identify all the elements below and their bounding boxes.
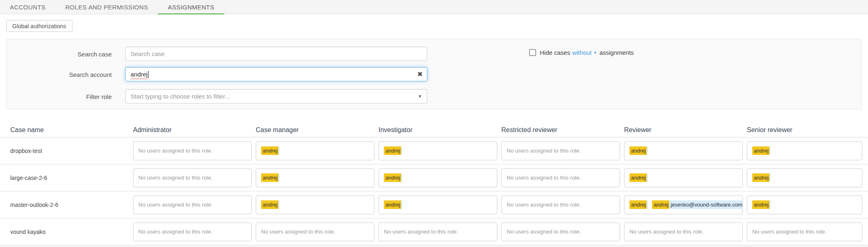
chip-highlight-text: andrej <box>752 173 769 182</box>
empty-role-text: No users assigned to this role. <box>752 229 827 235</box>
column-header: Reviewer <box>624 126 747 134</box>
role-cell: No users assigned to this role. <box>501 141 624 160</box>
role-assignment-box[interactable]: andrej <box>379 168 497 187</box>
filter-role-row: Filter role ▼ <box>7 89 861 103</box>
tab-assignments[interactable]: ASSIGNMENTS <box>158 0 224 14</box>
role-assignment-box[interactable]: andrejandrej.jesenko@vound-software.com <box>624 195 743 214</box>
role-assignment-box[interactable]: andrej <box>256 195 374 214</box>
role-cell: No users assigned to this role. <box>624 222 747 241</box>
hide-cases-checkbox[interactable] <box>529 49 536 56</box>
chip-highlight-text: andrej <box>384 200 401 209</box>
case-name: dropbox-test <box>0 148 133 154</box>
search-case-input[interactable] <box>125 47 427 61</box>
chip-highlight-text: andrej <box>629 146 647 155</box>
user-chip[interactable]: andrej <box>384 200 402 209</box>
user-chip[interactable]: andrej <box>752 146 771 155</box>
role-cell: No users assigned to this role. <box>501 168 624 187</box>
empty-role-text: No users assigned to this role. <box>507 175 581 181</box>
user-chip[interactable]: andrej <box>261 173 280 182</box>
table-row: master-outlook-2-6No users assigned to t… <box>0 191 868 218</box>
role-assignment-box[interactable]: No users assigned to this role. <box>501 141 620 160</box>
chip-rest-text: .jesenko@vound-software.com <box>669 200 743 209</box>
chip-highlight-text: andrej <box>629 200 647 209</box>
role-assignment-box[interactable]: No users assigned to this role. <box>133 222 252 241</box>
filter-role-input[interactable] <box>125 89 427 103</box>
user-chip[interactable]: andrej.jesenko@vound-software.com <box>652 200 743 209</box>
column-header: Restricted reviewer <box>501 126 624 134</box>
table-row: dropbox-testNo users assigned to this ro… <box>0 137 868 164</box>
role-cell: andrej <box>624 168 747 187</box>
role-cell: andrej <box>747 168 868 187</box>
tab-roles-and-permissions[interactable]: ROLES AND PERMISSIONS <box>55 0 158 14</box>
role-cell: No users assigned to this role. <box>256 222 379 241</box>
search-account-value: andrej <box>131 71 148 78</box>
role-assignment-box[interactable]: No users assigned to this role. <box>133 141 252 160</box>
table-body: dropbox-testNo users assigned to this ro… <box>0 137 868 245</box>
user-chip[interactable]: andrej <box>629 200 648 209</box>
empty-role-text: No users assigned to this role. <box>507 148 581 154</box>
role-assignment-box[interactable]: No users assigned to this role. <box>501 195 620 214</box>
role-cell: No users assigned to this role. <box>133 141 256 160</box>
role-cell: andrej <box>256 195 379 214</box>
tab-accounts[interactable]: ACCOUNTS <box>0 0 55 14</box>
role-assignment-box[interactable]: andrej <box>624 168 743 187</box>
empty-role-text: No users assigned to this role. <box>629 229 704 235</box>
empty-role-text: No users assigned to this role. <box>138 175 213 181</box>
empty-role-text: No users assigned to this role. <box>507 229 581 235</box>
hide-cases-control: Hide cases without ▼ assignments <box>529 49 634 56</box>
empty-role-text: No users assigned to this role. <box>138 229 213 235</box>
role-assignment-box[interactable]: No users assigned to this role. <box>624 222 743 241</box>
case-name: large-case-2-6 <box>0 175 133 181</box>
role-assignment-box[interactable]: No users assigned to this role. <box>133 195 252 214</box>
role-cell: andrej <box>379 195 501 214</box>
column-header: Senior reviewer <box>747 126 868 134</box>
role-cell: andrejandrej.jesenko@vound-software.com <box>624 195 747 214</box>
user-chip[interactable]: andrej <box>629 173 648 182</box>
case-name: vound kayako <box>0 229 133 235</box>
user-chip[interactable]: andrej <box>752 200 771 209</box>
role-assignment-box[interactable]: andrej <box>747 168 862 187</box>
role-cell: andrej <box>379 168 501 187</box>
role-assignment-box[interactable]: No users assigned to this role. <box>379 222 497 241</box>
user-chip[interactable]: andrej <box>629 146 648 155</box>
role-cell: No users assigned to this role. <box>747 222 868 241</box>
clear-search-icon[interactable]: ✖ <box>417 71 423 78</box>
chip-highlight-text: andrej <box>752 146 769 155</box>
assignments-table: Case nameAdministratorCase managerInvest… <box>0 123 868 245</box>
hide-cases-text-prefix: Hide cases <box>540 49 570 56</box>
role-assignment-box[interactable]: andrej <box>747 141 862 160</box>
user-chip[interactable]: andrej <box>261 200 280 209</box>
role-assignment-box[interactable]: andrej <box>379 195 497 214</box>
search-account-label: Search account <box>7 71 112 78</box>
role-assignment-box[interactable]: andrej <box>624 141 743 160</box>
role-cell: andrej <box>379 141 501 160</box>
column-header: Investigator <box>379 126 501 134</box>
chevron-down-icon[interactable]: ▼ <box>418 94 422 99</box>
chip-highlight-text: andrej <box>384 173 401 182</box>
user-chip[interactable]: andrej <box>384 173 402 182</box>
empty-role-text: No users assigned to this role. <box>261 229 336 235</box>
role-cell: andrej <box>624 141 747 160</box>
role-assignment-box[interactable]: andrej <box>256 168 374 187</box>
role-assignment-box[interactable]: andrej <box>379 141 497 160</box>
chip-highlight-text: andrej <box>752 200 769 209</box>
hide-cases-mode-link[interactable]: without <box>572 49 592 56</box>
user-chip[interactable]: andrej <box>384 146 402 155</box>
role-assignment-box[interactable]: No users assigned to this role. <box>501 222 620 241</box>
role-assignment-box[interactable]: No users assigned to this role. <box>133 168 252 187</box>
role-assignment-box[interactable]: No users assigned to this role. <box>501 168 620 187</box>
mode-caret-icon[interactable]: ▼ <box>593 51 597 55</box>
role-assignment-box[interactable]: No users assigned to this role. <box>747 222 862 241</box>
role-assignment-box[interactable]: No users assigned to this role. <box>256 222 374 241</box>
role-assignment-box[interactable]: andrej <box>747 195 862 214</box>
chip-highlight-text: andrej <box>261 173 278 182</box>
search-account-input[interactable]: andrej <box>125 67 427 81</box>
case-name: master-outlook-2-6 <box>0 202 133 208</box>
role-assignment-box[interactable]: andrej <box>256 141 374 160</box>
chip-highlight-text: andrej <box>652 200 669 209</box>
global-authorizations-button[interactable]: Global authorizations <box>6 20 72 32</box>
empty-role-text: No users assigned to this role. <box>507 202 581 208</box>
user-chip[interactable]: andrej <box>752 173 771 182</box>
user-chip[interactable]: andrej <box>261 146 280 155</box>
hide-cases-text-suffix: assignments <box>600 49 634 56</box>
